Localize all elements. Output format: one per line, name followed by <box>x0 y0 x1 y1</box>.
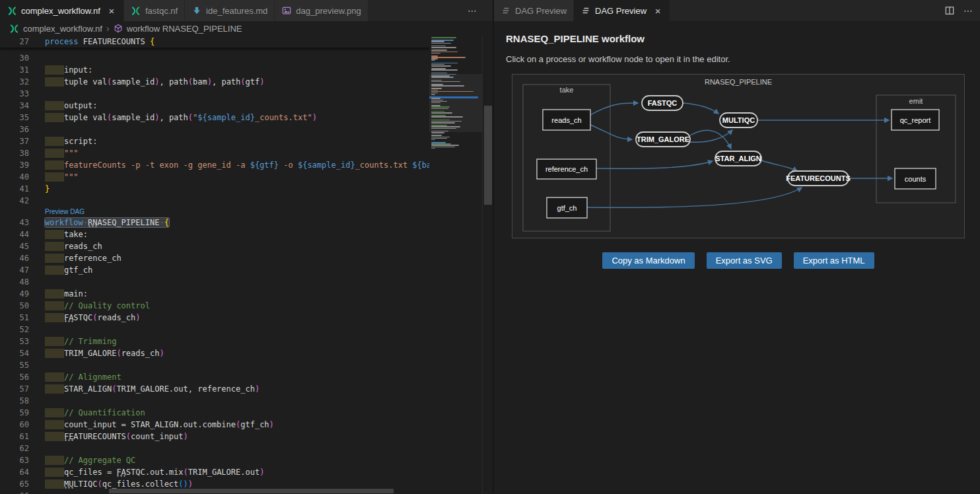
tab-dag-preview-png[interactable]: dag_preview.png <box>275 0 368 21</box>
code-line: 60 count_input = STAR_ALIGN.out.combine(… <box>0 419 429 431</box>
line-number: 30 <box>0 52 29 64</box>
code-line: 34 output: <box>0 100 429 112</box>
node-reads-ch[interactable]: reads_ch <box>543 110 590 130</box>
horizontal-scrollbar[interactable] <box>0 489 429 494</box>
dag-preview-webview: RNASEQ_PIPELINE workflow Click on a proc… <box>494 21 980 494</box>
chevron-right-icon: › <box>106 23 110 34</box>
code-line: 32 tuple val(sample_id), path(bam), path… <box>0 76 429 88</box>
line-number: 58 <box>0 395 29 407</box>
split-editor-icon[interactable] <box>945 6 954 15</box>
code-line: 59 // Quantification <box>0 407 429 419</box>
edge-trimgalore-staralign <box>690 130 731 149</box>
node-trim-galore[interactable]: TRIM_GALORE <box>636 132 690 147</box>
tab-dag-preview-active[interactable]: DAG Preview × <box>574 0 670 21</box>
node-gtf-ch[interactable]: gtf_ch <box>547 197 587 218</box>
breadcrumb-symbol[interactable]: workflow RNASEQ_PIPELINE <box>127 24 242 34</box>
breadcrumb-file[interactable]: complex_workflow.nf <box>23 24 102 34</box>
line-number: 48 <box>0 276 29 288</box>
svg-text:TRIM_GALORE: TRIM_GALORE <box>637 135 689 143</box>
codelens-preview-dag[interactable]: Preview DAG <box>29 207 85 217</box>
line-number: 55 <box>0 359 29 371</box>
preview-tabstrip: DAG Preview DAG Preview × <box>494 0 980 21</box>
line-number: 49 <box>0 288 29 300</box>
line-number: 46 <box>0 252 29 264</box>
close-icon[interactable]: × <box>106 6 117 16</box>
dag-group-take-label: take <box>560 86 574 94</box>
svg-text:FASTQC: FASTQC <box>648 99 678 107</box>
line-number: 64 <box>0 466 29 478</box>
node-qc-report[interactable]: qc_report <box>892 110 939 130</box>
vertical-scrollbar-thumb[interactable] <box>484 106 492 205</box>
minimap[interactable] <box>429 36 482 494</box>
tab-complex-workflow[interactable]: complex_workflow.nf × <box>0 0 124 21</box>
line-number: 54 <box>0 347 29 359</box>
horizontal-scrollbar-thumb[interactable] <box>109 489 394 493</box>
svg-text:reference_ch: reference_ch <box>545 165 588 173</box>
code-line: 39 featureCounts -p -t exon -g gene_id -… <box>0 159 429 171</box>
node-star-align[interactable]: STAR_ALIGN <box>715 151 761 166</box>
line-number: 35 <box>0 112 29 124</box>
code-line: 44 take: <box>0 229 429 240</box>
node-reference-ch[interactable]: reference_ch <box>537 159 596 179</box>
code-line: 35 tuple val(sample_id), path("${sample_… <box>0 112 429 124</box>
editor-more-actions[interactable]: ⋯ <box>468 5 477 16</box>
node-multiqc[interactable]: MULTIQC <box>720 113 757 127</box>
svg-text:qc_report: qc_report <box>900 116 930 124</box>
code-line: 41} <box>0 183 429 195</box>
line-number: 43 <box>0 217 29 229</box>
breadcrumb: complex_workflow.nf › workflow RNASEQ_PI… <box>0 21 493 36</box>
code-line: 45 reads_ch <box>0 240 429 252</box>
code-line: 40 """ <box>0 171 429 183</box>
code-line: 49 main: <box>0 288 429 300</box>
edge-fastqc-multiqc <box>683 103 718 114</box>
code-editor[interactable]: 27process FEATURECOUNTS { 3031 input:32 … <box>0 36 493 494</box>
line-number: 51 <box>0 312 29 324</box>
node-featurecounts[interactable]: FEATURECOUNTS <box>786 171 851 186</box>
code-line: 58 <box>0 395 429 407</box>
tab-label: DAG Preview <box>595 6 647 16</box>
preview-more-actions[interactable]: ⋯ <box>963 5 973 16</box>
svg-text:MULTIQC: MULTIQC <box>722 116 755 124</box>
line-number: 56 <box>0 371 29 383</box>
editor-group: complex_workflow.nf × fastqc.nf <box>0 0 493 494</box>
sticky-scroll-line[interactable]: 27process FEATURECOUNTS { <box>0 36 429 48</box>
svg-text:counts: counts <box>905 175 927 183</box>
line-number: 53 <box>0 335 29 347</box>
editor-tabstrip: complex_workflow.nf × fastqc.nf <box>0 0 493 21</box>
tab-label: ide_features.md <box>206 6 267 16</box>
tab-dag-preview-inactive[interactable]: DAG Preview <box>494 0 574 21</box>
preview-list-icon <box>580 5 591 16</box>
line-number: 50 <box>0 300 29 312</box>
copy-as-markdown-button[interactable]: Copy as Markdown <box>602 252 694 269</box>
export-buttons: Copy as Markdown Export as SVG Export as… <box>512 252 965 269</box>
code-line: 37 script: <box>0 135 429 147</box>
tab-label: complex_workflow.nf <box>21 6 100 16</box>
node-counts[interactable]: counts <box>895 168 936 189</box>
close-icon[interactable]: × <box>652 6 663 16</box>
node-fastqc[interactable]: FASTQC <box>642 96 683 110</box>
page-title: RNASEQ_PIPELINE workflow <box>506 33 980 44</box>
code-line: 51 FASTQC(reads_ch) <box>0 312 429 324</box>
image-icon <box>281 5 292 16</box>
tab-fastqc[interactable]: fastqc.nf <box>124 0 185 21</box>
export-as-html-button[interactable]: Export as HTML <box>794 252 874 269</box>
code-line: 56 // Alignment <box>0 371 429 383</box>
svg-text:reads_ch: reads_ch <box>551 116 581 124</box>
vertical-scrollbar[interactable] <box>482 36 493 494</box>
line-number: 32 <box>0 76 29 88</box>
code-lines: 3031 input:32 tuple val(sample_id), path… <box>0 52 429 494</box>
tab-label: fastqc.nf <box>145 6 178 16</box>
line-number: 34 <box>0 100 29 112</box>
tab-label: dag_preview.png <box>296 6 361 16</box>
code-line: 31 input: <box>0 64 429 76</box>
code-line: 61 FEATURECOUNTS(count_input) <box>0 431 429 442</box>
line-number: 44 <box>0 229 29 240</box>
export-as-svg-button[interactable]: Export as SVG <box>707 252 782 269</box>
tab-ide-features[interactable]: ide_features.md <box>185 0 275 21</box>
edge-staralign-featurecounts <box>761 160 797 171</box>
code-line: 30 <box>0 52 429 64</box>
svg-text:FEATURECOUNTS: FEATURECOUNTS <box>786 174 851 182</box>
nextflow-icon <box>9 24 19 34</box>
code-line: 50 // Quality control <box>0 300 429 312</box>
vscode-window: complex_workflow.nf × fastqc.nf <box>0 0 980 494</box>
